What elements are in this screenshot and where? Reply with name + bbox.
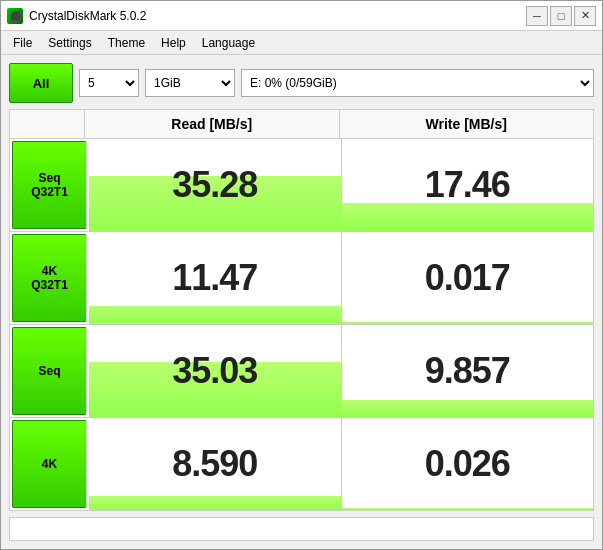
row-label-seq[interactable]: Seq [12, 327, 87, 415]
data-table: Read [MB/s] Write [MB/s] SeqQ32T1 35.28 … [9, 109, 594, 511]
menu-theme[interactable]: Theme [100, 34, 153, 52]
write-bar-seq-q32t1 [342, 203, 594, 231]
title-bar-left: ⬛ CrystalDiskMark 5.0.2 [7, 8, 146, 24]
table-row: 4KQ32T1 11.47 0.017 [10, 232, 593, 325]
read-cell-4k-q32t1[interactable]: 11.47 [89, 232, 342, 324]
window-title: CrystalDiskMark 5.0.2 [29, 9, 146, 23]
read-cell-seq-q32t1[interactable]: 35.28 [89, 139, 342, 231]
table-row: 4K 8.590 0.026 [10, 418, 593, 510]
write-bar-4k [342, 508, 594, 510]
read-cell-4k[interactable]: 8.590 [89, 418, 342, 510]
row-label-4k-q32t1[interactable]: 4KQ32T1 [12, 234, 87, 322]
app-icon: ⬛ [7, 8, 23, 24]
size-select[interactable]: 1GiB [145, 69, 235, 97]
menu-language[interactable]: Language [194, 34, 263, 52]
write-bar-seq [342, 400, 594, 417]
table-row: SeqQ32T1 35.28 17.46 [10, 139, 593, 232]
header-spacer [10, 110, 85, 138]
read-bar-4k [89, 496, 341, 510]
runs-select[interactable]: 5 [79, 69, 139, 97]
close-button[interactable]: ✕ [574, 6, 596, 26]
read-value-seq-q32t1: 35.28 [172, 164, 257, 206]
controls-row: All 5 1GiB E: 0% (0/59GiB) [9, 63, 594, 103]
minimize-button[interactable]: ─ [526, 6, 548, 26]
table-header: Read [MB/s] Write [MB/s] [10, 110, 593, 139]
menu-help[interactable]: Help [153, 34, 194, 52]
app-window: ⬛ CrystalDiskMark 5.0.2 ─ □ ✕ File Setti… [0, 0, 603, 550]
write-cell-seq[interactable]: 9.857 [342, 325, 594, 417]
read-value-4k-q32t1: 11.47 [172, 257, 257, 299]
write-bar-4k-q32t1 [342, 322, 594, 324]
main-content: All 5 1GiB E: 0% (0/59GiB) Read [MB/s] W… [1, 55, 602, 549]
write-cell-4k-q32t1[interactable]: 0.017 [342, 232, 594, 324]
read-value-4k: 8.590 [172, 443, 257, 485]
status-bar [9, 517, 594, 541]
menu-bar: File Settings Theme Help Language [1, 31, 602, 55]
header-read: Read [MB/s] [85, 110, 340, 138]
read-bar-4k-q32t1 [89, 306, 341, 324]
write-value-4k-q32t1: 0.017 [425, 257, 510, 299]
read-value-seq: 35.03 [172, 350, 257, 392]
row-label-seq-q32t1[interactable]: SeqQ32T1 [12, 141, 87, 229]
write-cell-seq-q32t1[interactable]: 17.46 [342, 139, 594, 231]
write-cell-4k[interactable]: 0.026 [342, 418, 594, 510]
header-write: Write [MB/s] [340, 110, 594, 138]
menu-settings[interactable]: Settings [40, 34, 99, 52]
write-value-seq: 9.857 [425, 350, 510, 392]
drive-select[interactable]: E: 0% (0/59GiB) [241, 69, 594, 97]
table-row: Seq 35.03 9.857 [10, 325, 593, 418]
read-cell-seq[interactable]: 35.03 [89, 325, 342, 417]
title-bar-controls: ─ □ ✕ [526, 6, 596, 26]
write-value-seq-q32t1: 17.46 [425, 164, 510, 206]
row-label-4k[interactable]: 4K [12, 420, 87, 508]
write-value-4k: 0.026 [425, 443, 510, 485]
all-button[interactable]: All [9, 63, 73, 103]
title-bar: ⬛ CrystalDiskMark 5.0.2 ─ □ ✕ [1, 1, 602, 31]
menu-file[interactable]: File [5, 34, 40, 52]
maximize-button[interactable]: □ [550, 6, 572, 26]
